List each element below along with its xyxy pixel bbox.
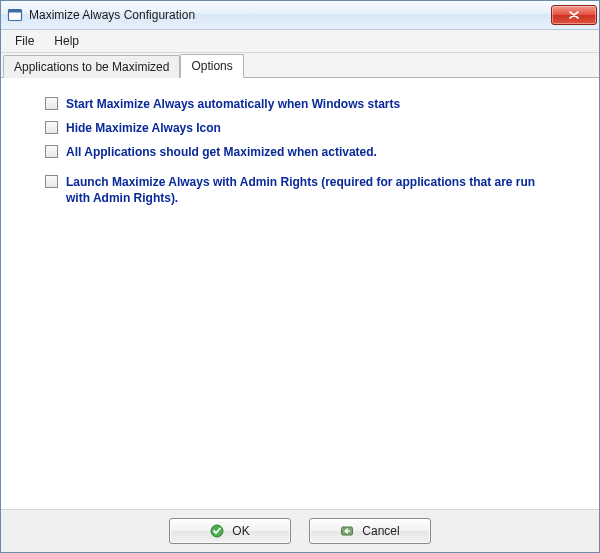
label-maximize-all: All Applications should get Maximized wh… [66, 144, 377, 160]
option-hide-icon: Hide Maximize Always Icon [45, 120, 579, 136]
checkbox-start-with-windows[interactable] [45, 97, 58, 110]
tabstrip: Applications to be Maximized Options [1, 53, 599, 78]
option-admin-rights: Launch Maximize Always with Admin Rights… [45, 174, 579, 206]
close-button[interactable] [551, 5, 597, 25]
checkbox-maximize-all[interactable] [45, 145, 58, 158]
option-start-with-windows: Start Maximize Always automatically when… [45, 96, 579, 112]
back-icon [340, 524, 354, 538]
menu-help[interactable]: Help [44, 30, 89, 52]
ok-button-label: OK [232, 524, 249, 538]
app-icon [7, 7, 23, 23]
close-icon [569, 11, 579, 19]
svg-rect-1 [9, 10, 22, 13]
tab-options[interactable]: Options [180, 54, 243, 78]
window-title: Maximize Always Configuration [29, 8, 551, 22]
titlebar: Maximize Always Configuration [1, 1, 599, 30]
menubar: File Help [1, 30, 599, 53]
ok-button[interactable]: OK [169, 518, 291, 544]
menu-file[interactable]: File [5, 30, 44, 52]
label-admin-rights: Launch Maximize Always with Admin Rights… [66, 174, 556, 206]
footer: OK Cancel [1, 509, 599, 552]
label-hide-icon: Hide Maximize Always Icon [66, 120, 221, 136]
check-icon [210, 524, 224, 538]
window-frame: Maximize Always Configuration File Help … [0, 0, 600, 553]
label-start-with-windows: Start Maximize Always automatically when… [66, 96, 400, 112]
option-maximize-all: All Applications should get Maximized wh… [45, 144, 579, 160]
tab-applications[interactable]: Applications to be Maximized [3, 55, 180, 78]
checkbox-hide-icon[interactable] [45, 121, 58, 134]
cancel-button[interactable]: Cancel [309, 518, 431, 544]
options-panel: Start Maximize Always automatically when… [1, 78, 599, 509]
cancel-button-label: Cancel [362, 524, 399, 538]
checkbox-admin-rights[interactable] [45, 175, 58, 188]
